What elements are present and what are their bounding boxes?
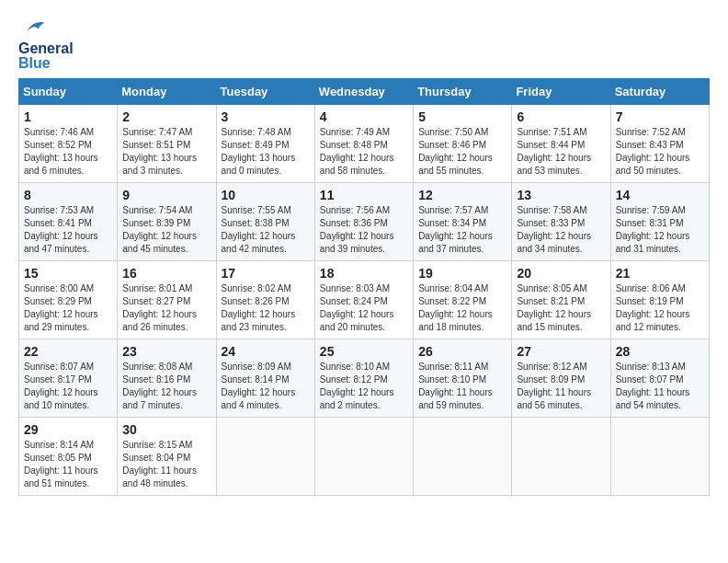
calendar-cell: 22 Sunrise: 8:07 AM Sunset: 8:17 PM Dayl…	[19, 339, 118, 418]
calendar: SundayMondayTuesdayWednesdayThursdayFrid…	[18, 78, 710, 496]
calendar-cell: 18 Sunrise: 8:03 AM Sunset: 8:24 PM Dayl…	[314, 261, 413, 339]
weekday-header-monday: Monday	[118, 79, 216, 105]
day-info: Sunrise: 8:10 AM Sunset: 8:12 PM Dayligh…	[320, 361, 408, 412]
day-number: 30	[122, 422, 210, 437]
weekday-header-row: SundayMondayTuesdayWednesdayThursdayFrid…	[19, 79, 710, 105]
day-info: Sunrise: 8:05 AM Sunset: 8:21 PM Dayligh…	[517, 282, 605, 334]
weekday-header-wednesday: Wednesday	[314, 79, 413, 105]
day-info: Sunrise: 8:14 AM Sunset: 8:05 PM Dayligh…	[24, 439, 112, 490]
logo-general: General	[18, 40, 74, 56]
day-info: Sunrise: 7:55 AM Sunset: 8:38 PM Dayligh…	[222, 204, 310, 256]
day-number: 19	[418, 266, 506, 281]
calendar-cell: 2 Sunrise: 7:47 AM Sunset: 8:51 PM Dayli…	[118, 105, 216, 183]
calendar-cell: 1 Sunrise: 7:46 AM Sunset: 8:52 PM Dayli…	[19, 105, 118, 183]
calendar-cell: 15 Sunrise: 8:00 AM Sunset: 8:29 PM Dayl…	[19, 261, 118, 339]
calendar-cell: 14 Sunrise: 7:59 AM Sunset: 8:31 PM Dayl…	[610, 183, 709, 261]
day-info: Sunrise: 8:07 AM Sunset: 8:17 PM Dayligh…	[24, 361, 112, 412]
calendar-cell	[414, 418, 512, 496]
day-number: 6	[517, 109, 605, 124]
calendar-cell: 7 Sunrise: 7:52 AM Sunset: 8:43 PM Dayli…	[610, 105, 709, 183]
day-number: 20	[517, 266, 605, 281]
week-row-3: 15 Sunrise: 8:00 AM Sunset: 8:29 PM Dayl…	[19, 261, 710, 339]
day-number: 22	[24, 344, 112, 359]
weekday-header-saturday: Saturday	[610, 79, 709, 105]
calendar-cell: 13 Sunrise: 7:58 AM Sunset: 8:33 PM Dayl…	[512, 183, 610, 261]
day-info: Sunrise: 8:12 AM Sunset: 8:09 PM Dayligh…	[517, 361, 605, 412]
day-info: Sunrise: 7:52 AM Sunset: 8:43 PM Dayligh…	[616, 126, 704, 178]
calendar-cell	[512, 418, 610, 496]
weekday-header-tuesday: Tuesday	[216, 79, 314, 105]
calendar-cell: 21 Sunrise: 8:06 AM Sunset: 8:19 PM Dayl…	[610, 261, 709, 339]
day-number: 9	[122, 188, 210, 202]
day-info: Sunrise: 7:59 AM Sunset: 8:31 PM Dayligh…	[616, 204, 704, 256]
day-info: Sunrise: 7:53 AM Sunset: 8:41 PM Dayligh…	[24, 204, 112, 256]
day-info: Sunrise: 8:03 AM Sunset: 8:24 PM Dayligh…	[320, 282, 408, 334]
calendar-cell: 29 Sunrise: 8:14 AM Sunset: 8:05 PM Dayl…	[19, 418, 118, 496]
day-info: Sunrise: 7:48 AM Sunset: 8:49 PM Dayligh…	[222, 126, 310, 178]
calendar-cell: 30 Sunrise: 8:15 AM Sunset: 8:04 PM Dayl…	[118, 418, 216, 496]
day-number: 25	[320, 344, 408, 359]
day-number: 1	[24, 109, 112, 124]
day-info: Sunrise: 8:09 AM Sunset: 8:14 PM Dayligh…	[222, 361, 310, 412]
day-number: 26	[418, 344, 506, 359]
day-info: Sunrise: 7:56 AM Sunset: 8:36 PM Dayligh…	[320, 204, 408, 256]
week-row-1: 1 Sunrise: 7:46 AM Sunset: 8:52 PM Dayli…	[19, 105, 710, 183]
day-info: Sunrise: 7:46 AM Sunset: 8:52 PM Dayligh…	[24, 126, 112, 178]
calendar-cell	[216, 418, 314, 496]
day-info: Sunrise: 8:13 AM Sunset: 8:07 PM Dayligh…	[616, 361, 704, 412]
day-info: Sunrise: 7:50 AM Sunset: 8:46 PM Dayligh…	[418, 126, 506, 178]
day-info: Sunrise: 7:49 AM Sunset: 8:48 PM Dayligh…	[320, 126, 408, 178]
calendar-cell	[610, 418, 709, 496]
calendar-cell: 24 Sunrise: 8:09 AM Sunset: 8:14 PM Dayl…	[216, 339, 314, 418]
calendar-cell: 27 Sunrise: 8:12 AM Sunset: 8:09 PM Dayl…	[512, 339, 610, 418]
weekday-header-thursday: Thursday	[414, 79, 512, 105]
calendar-cell: 4 Sunrise: 7:49 AM Sunset: 8:48 PM Dayli…	[314, 105, 413, 183]
day-number: 5	[418, 109, 506, 124]
day-info: Sunrise: 7:51 AM Sunset: 8:44 PM Dayligh…	[517, 126, 605, 178]
day-number: 28	[616, 344, 704, 359]
calendar-cell: 26 Sunrise: 8:11 AM Sunset: 8:10 PM Dayl…	[414, 339, 512, 418]
calendar-cell: 11 Sunrise: 7:56 AM Sunset: 8:36 PM Dayl…	[314, 183, 413, 261]
day-number: 11	[320, 188, 408, 202]
day-info: Sunrise: 8:06 AM Sunset: 8:19 PM Dayligh…	[616, 282, 704, 334]
calendar-cell: 12 Sunrise: 7:57 AM Sunset: 8:34 PM Dayl…	[414, 183, 512, 261]
calendar-cell: 5 Sunrise: 7:50 AM Sunset: 8:46 PM Dayli…	[414, 105, 512, 183]
day-info: Sunrise: 8:00 AM Sunset: 8:29 PM Dayligh…	[24, 282, 112, 334]
day-number: 7	[616, 109, 704, 124]
day-number: 8	[24, 188, 112, 202]
calendar-cell: 6 Sunrise: 7:51 AM Sunset: 8:44 PM Dayli…	[512, 105, 610, 183]
calendar-cell: 16 Sunrise: 8:01 AM Sunset: 8:27 PM Dayl…	[118, 261, 216, 339]
day-number: 27	[517, 344, 605, 359]
calendar-cell: 17 Sunrise: 8:02 AM Sunset: 8:26 PM Dayl…	[216, 261, 314, 339]
day-info: Sunrise: 8:08 AM Sunset: 8:16 PM Dayligh…	[122, 361, 210, 412]
day-number: 2	[122, 109, 210, 124]
day-info: Sunrise: 8:01 AM Sunset: 8:27 PM Dayligh…	[122, 282, 210, 334]
calendar-cell: 28 Sunrise: 8:13 AM Sunset: 8:07 PM Dayl…	[610, 339, 709, 418]
day-number: 29	[24, 422, 112, 437]
week-row-5: 29 Sunrise: 8:14 AM Sunset: 8:05 PM Dayl…	[19, 418, 710, 496]
weekday-header-sunday: Sunday	[19, 79, 118, 105]
day-number: 13	[517, 188, 605, 202]
day-number: 3	[222, 109, 310, 124]
logo-blue: Blue	[18, 55, 51, 71]
week-row-4: 22 Sunrise: 8:07 AM Sunset: 8:17 PM Dayl…	[19, 339, 710, 418]
calendar-cell: 20 Sunrise: 8:05 AM Sunset: 8:21 PM Dayl…	[512, 261, 610, 339]
day-info: Sunrise: 8:11 AM Sunset: 8:10 PM Dayligh…	[418, 361, 506, 412]
day-info: Sunrise: 8:04 AM Sunset: 8:22 PM Dayligh…	[418, 282, 506, 334]
week-row-2: 8 Sunrise: 7:53 AM Sunset: 8:41 PM Dayli…	[19, 183, 710, 261]
day-number: 14	[616, 188, 704, 202]
calendar-cell: 23 Sunrise: 8:08 AM Sunset: 8:16 PM Dayl…	[118, 339, 216, 418]
day-number: 10	[222, 188, 310, 202]
calendar-cell	[314, 418, 413, 496]
calendar-cell: 19 Sunrise: 8:04 AM Sunset: 8:22 PM Dayl…	[414, 261, 512, 339]
calendar-cell: 10 Sunrise: 7:55 AM Sunset: 8:38 PM Dayl…	[216, 183, 314, 261]
calendar-cell: 9 Sunrise: 7:54 AM Sunset: 8:39 PM Dayli…	[118, 183, 216, 261]
day-number: 23	[122, 344, 210, 359]
day-info: Sunrise: 7:58 AM Sunset: 8:33 PM Dayligh…	[517, 204, 605, 256]
calendar-cell: 3 Sunrise: 7:48 AM Sunset: 8:49 PM Dayli…	[216, 105, 314, 183]
day-number: 4	[320, 109, 408, 124]
logo: General Blue	[18, 18, 74, 71]
day-number: 15	[24, 266, 112, 281]
day-number: 24	[222, 344, 310, 359]
calendar-cell: 8 Sunrise: 7:53 AM Sunset: 8:41 PM Dayli…	[19, 183, 118, 261]
